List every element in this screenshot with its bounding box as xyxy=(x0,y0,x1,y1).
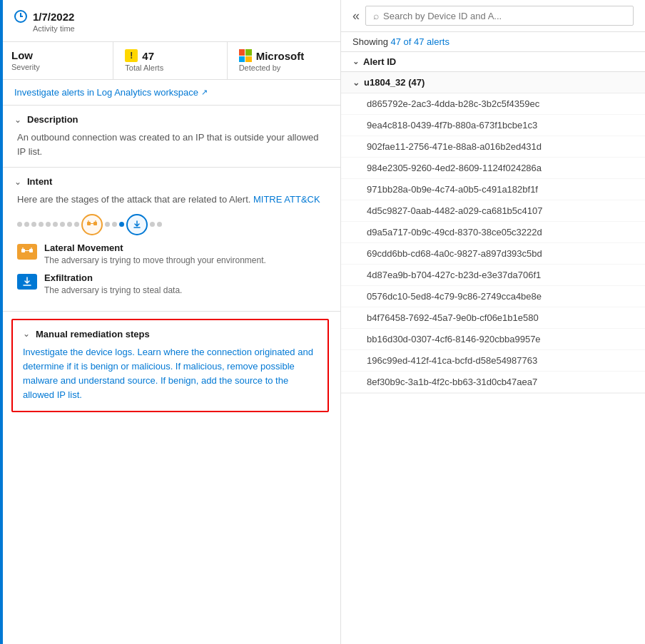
right-header: « ⌕ xyxy=(341,0,645,32)
alert-item[interactable]: 69cdd6bb-cd68-4a0c-9827-a897d393c5bd xyxy=(341,243,645,265)
total-alerts-value: ! 47 xyxy=(125,49,215,62)
description-body: An outbound connection was created to an… xyxy=(14,131,326,158)
total-alerts-cell: ! 47 Total Alerts xyxy=(113,42,227,79)
alert-column-header: ⌄ Alert ID xyxy=(341,52,645,72)
dot xyxy=(60,222,65,227)
dot xyxy=(74,222,79,227)
left-panel: 1/7/2022 Activity time Low Severity ! 47… xyxy=(0,0,341,644)
detected-by-label: Detected by xyxy=(239,63,329,72)
description-section: ⌄ Description An outbound connection was… xyxy=(0,106,340,168)
intent-header[interactable]: ⌄ Intent xyxy=(14,176,326,187)
severity-bar xyxy=(0,0,3,644)
dot xyxy=(67,222,72,227)
alert-items-container: d865792e-2ac3-4dda-b28c-3b2c5f4359ec9ea4… xyxy=(341,93,645,393)
external-link-icon: ↗ xyxy=(201,88,208,97)
intent-body: Here are the stages of the attack that a… xyxy=(14,193,326,207)
alert-item[interactable]: 902fae11-2756-471e-88a8-a016b2ed431d xyxy=(341,136,645,158)
severity-cell: Low Severity xyxy=(0,42,113,79)
severity-label: Severity xyxy=(11,63,101,71)
search-box[interactable]: ⌕ xyxy=(365,6,634,26)
alert-item[interactable]: 0576dc10-5ed8-4c79-9c86-2749cca4be8e xyxy=(341,286,645,307)
severity-value: Low xyxy=(11,49,101,61)
showing-label: Showing 47 of 47 alerts xyxy=(341,32,645,52)
svg-rect-0 xyxy=(87,222,91,225)
exfiltration-timeline-icon xyxy=(126,214,148,235)
dot xyxy=(112,222,117,227)
group-chevron: ⌄ xyxy=(352,78,360,88)
lateral-movement-item: Lateral Movement The adversary is trying… xyxy=(14,242,326,265)
svg-rect-3 xyxy=(29,249,33,252)
description-chevron: ⌄ xyxy=(14,115,21,125)
intent-title: Intent xyxy=(27,176,52,187)
remediation-section: ⌄ Manual remediation steps Investigate t… xyxy=(11,319,329,413)
alert-item[interactable]: 4d87ea9b-b704-427c-b23d-e3e37da706f1 xyxy=(341,265,645,286)
alert-item[interactable]: 9ea4c818-0439-4f7b-880a-673f1bcbe1c3 xyxy=(341,115,645,136)
dot xyxy=(105,222,110,227)
stats-row: Low Severity ! 47 Total Alerts Microsoft… xyxy=(0,42,340,80)
dot xyxy=(53,222,58,227)
dot xyxy=(24,222,29,227)
description-title: Description xyxy=(27,114,78,125)
exfiltration-desc: The adversary is trying to steal data. xyxy=(44,285,182,295)
dot xyxy=(157,222,162,227)
alert-item[interactable]: 8ef30b9c-3a1b-4f2c-bb63-31d0cb47aea7 xyxy=(341,372,645,393)
dot xyxy=(39,222,44,227)
alert-group-header[interactable]: ⌄ u1804_32 (47) xyxy=(341,72,645,93)
alert-item[interactable]: 196c99ed-412f-41ca-bcfd-d58e54987763 xyxy=(341,350,645,372)
group-name: u1804_32 (47) xyxy=(364,77,425,88)
lateral-movement-timeline-icon xyxy=(81,214,103,235)
alert-item[interactable]: b4f76458-7692-45a7-9e0b-cf06e1b1e580 xyxy=(341,307,645,329)
alert-item[interactable]: 984e2305-9260-4ed2-8609-1124f024286a xyxy=(341,158,645,179)
analytics-link[interactable]: Investigate alerts in Log Analytics work… xyxy=(0,80,340,106)
right-panel: « ⌕ Showing 47 of 47 alerts ⌄ Alert ID ⌄… xyxy=(341,0,645,644)
clock-icon xyxy=(14,10,27,23)
collapse-button[interactable]: « xyxy=(352,9,360,22)
detected-by-value: Microsoft xyxy=(239,49,329,62)
intent-section: ⌄ Intent Here are the stages of the atta… xyxy=(0,168,340,312)
remediation-chevron: ⌄ xyxy=(23,329,30,339)
search-icon: ⌕ xyxy=(373,10,379,21)
alert-group: ⌄ u1804_32 (47) d865792e-2ac3-4dda-b28c-… xyxy=(341,72,645,394)
alerts-list: ⌄ Alert ID ⌄ u1804_32 (47) d865792e-2ac3… xyxy=(341,52,645,644)
exfiltration-icon xyxy=(17,274,37,290)
lateral-movement-desc: The adversary is trying to move through … xyxy=(44,255,266,265)
alert-item[interactable]: 4d5c9827-0aab-4482-a029-ca681b5c4107 xyxy=(341,200,645,222)
warning-icon: ! xyxy=(125,49,138,62)
exfiltration-name: Exfiltration xyxy=(44,272,182,283)
lateral-movement-icon xyxy=(17,244,37,260)
dot xyxy=(46,222,51,227)
remediation-header[interactable]: ⌄ Manual remediation steps xyxy=(23,329,318,339)
alert-item[interactable]: d9a5a717-0b9c-49cd-8370-38ce05c3222d xyxy=(341,222,645,243)
mitre-link[interactable]: MITRE ATT&CK xyxy=(253,194,320,205)
search-input[interactable] xyxy=(383,11,626,21)
column-header-chevron: ⌄ xyxy=(352,57,359,66)
dot xyxy=(150,222,155,227)
remediation-title: Manual remediation steps xyxy=(36,329,150,339)
alert-item[interactable]: d865792e-2ac3-4dda-b28c-3b2c5f4359ec xyxy=(341,93,645,115)
timeline-row xyxy=(14,214,326,235)
lateral-movement-name: Lateral Movement xyxy=(44,242,266,253)
alert-item[interactable]: bb16d30d-0307-4cf6-8146-920cbba9957e xyxy=(341,329,645,350)
alert-item[interactable]: 971bb28a-0b9e-4c74-a0b5-c491a182bf1f xyxy=(341,179,645,200)
intent-chevron: ⌄ xyxy=(14,177,21,187)
detected-by-cell: Microsoft Detected by xyxy=(228,42,340,79)
svg-rect-2 xyxy=(21,249,25,252)
dot xyxy=(17,222,22,227)
total-alerts-label: Total Alerts xyxy=(125,63,215,72)
remediation-body: Investigate the device logs. Learn where… xyxy=(23,345,318,403)
header-section: 1/7/2022 Activity time xyxy=(0,0,340,42)
date-text: 1/7/2022 xyxy=(33,11,74,23)
description-header[interactable]: ⌄ Description xyxy=(14,114,326,125)
exfiltration-item: Exfiltration The adversary is trying to … xyxy=(14,272,326,295)
dot xyxy=(119,222,124,227)
activity-label: Activity time xyxy=(33,24,329,33)
dot xyxy=(31,222,36,227)
showing-count: 47 of 47 alerts xyxy=(391,36,450,47)
microsoft-icon xyxy=(239,49,252,62)
svg-rect-1 xyxy=(93,222,97,225)
